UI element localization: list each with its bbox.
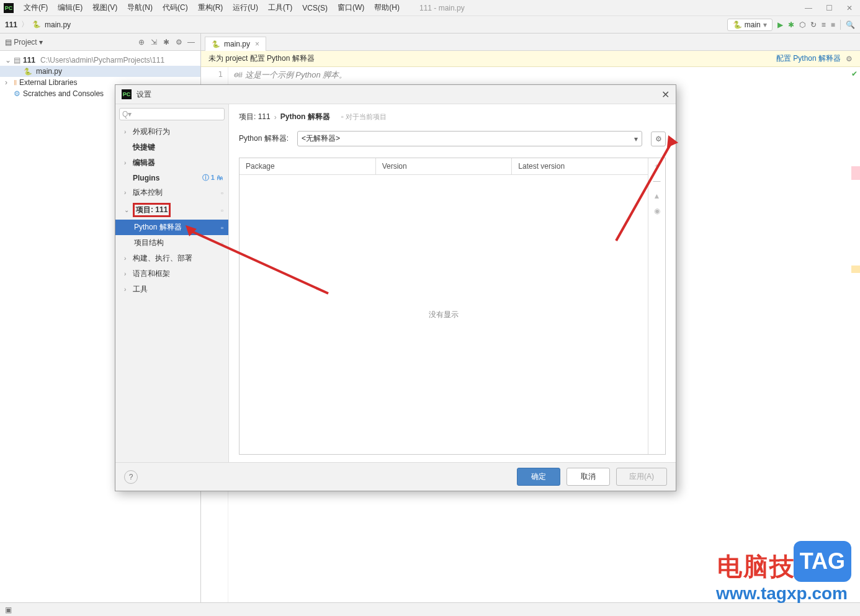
settings-plugins[interactable]: Pluginsⓘ 1 🗛 <box>115 171 228 185</box>
banner-text: 未为 project 配置 Python 解释器 <box>208 53 315 64</box>
menu-refactor[interactable]: 重构(R) <box>193 2 228 13</box>
menu-view[interactable]: 视图(V) <box>87 2 122 13</box>
remove-package-icon[interactable]: — <box>653 177 661 185</box>
breadcrumb: 111 〉 🐍 main.py <box>5 19 71 30</box>
chevron-down-icon: ▾ <box>634 135 638 143</box>
settings-vcs[interactable]: ›版本控制▫ <box>115 185 228 200</box>
close-icon[interactable]: ✕ <box>846 4 853 12</box>
col-version[interactable]: Version <box>376 158 513 174</box>
ok-button[interactable]: 确定 <box>517 468 560 486</box>
tree-file-main[interactable]: 🐍 main.py <box>0 66 200 77</box>
inspection-ok-icon[interactable]: ✔ <box>851 69 858 78</box>
tree-root[interactable]: ⌄▤ 111 C:\Users\admin\PycharmProjects\11… <box>0 55 200 66</box>
dialog-logo: PC <box>122 89 132 99</box>
debug-icon[interactable]: ✱ <box>788 20 794 29</box>
dialog-titlebar: PC 设置 ✕ <box>115 85 676 104</box>
run-config-selector[interactable]: 🐍 main ▾ <box>727 19 773 31</box>
settings-build[interactable]: ›构建、执行、部署 <box>115 251 228 266</box>
more-run-icon[interactable]: ≡ <box>822 20 826 29</box>
expand-icon[interactable]: ⇲ <box>150 38 158 47</box>
menu-code[interactable]: 代码(C) <box>158 2 193 13</box>
python-file-icon: 🐍 <box>32 20 41 29</box>
window-title: 111 - main.py <box>419 4 465 12</box>
menu-file[interactable]: 文件(F) <box>19 2 53 13</box>
watermark: TAG 电脑技术网 www.tagxp.com <box>716 550 848 604</box>
cancel-button[interactable]: 取消 <box>567 468 610 486</box>
package-table-header: Package Version Latest version <box>240 158 648 175</box>
menu-window[interactable]: 窗口(W) <box>333 2 369 13</box>
settings-project[interactable]: ⌄ 项目: 111 ▫ <box>115 200 228 220</box>
python-file-icon: 🐍 <box>212 40 220 48</box>
interpreter-label: Python 解释器: <box>239 133 289 144</box>
editor-error-stripe: ✔ <box>851 67 860 602</box>
help-icon[interactable]: ? <box>124 470 138 484</box>
editor-tabs: 🐍 main.py × <box>201 33 860 51</box>
col-latest[interactable]: Latest version <box>512 158 648 174</box>
dialog-title: 设置 <box>137 89 151 100</box>
package-panel: Package Version Latest version 没有显示 + — … <box>239 158 666 455</box>
menubar: PC 文件(F) 编辑(E) 视图(V) 导航(N) 代码(C) 重构(R) 运… <box>0 0 860 16</box>
settings-sidebar: Q▾ ›外观和行为 快捷键 ›编辑器 Pluginsⓘ 1 🗛 ›版本控制▫ ⌄… <box>115 104 229 462</box>
menu-vcs[interactable]: VCS(S) <box>297 4 333 12</box>
interpreter-select[interactable]: <无解释器> ▾ <box>297 131 642 146</box>
menu-run[interactable]: 运行(U) <box>228 2 263 13</box>
collapse-icon[interactable]: ✱ <box>162 38 171 47</box>
project-view-selector[interactable]: ▤ Project ▾ <box>5 38 43 47</box>
settings-icon[interactable]: ⚙ <box>174 38 183 47</box>
interpreter-warning-banner: 未为 project 配置 Python 解释器 配置 Python 解释器 ⚙ <box>201 51 860 67</box>
minimize-icon[interactable]: — <box>805 4 812 12</box>
settings-appearance[interactable]: ›外观和行为 <box>115 124 228 140</box>
banner-gear-icon[interactable]: ⚙ <box>846 55 853 63</box>
app-logo: PC <box>4 3 14 13</box>
hide-icon[interactable]: — <box>187 38 195 47</box>
apply-button[interactable]: 应用(A) <box>616 468 667 486</box>
interpreter-gear-button[interactable]: ⚙ <box>651 132 666 146</box>
package-toolbar: + — ▲ ◉ <box>648 158 665 454</box>
warn-marker[interactable] <box>851 266 860 273</box>
menu-edit[interactable]: 编辑(E) <box>53 2 87 13</box>
settings-content: 项目: 111 › Python 解释器 ▫ 对于当前项目 Python 解释器… <box>229 104 676 462</box>
settings-languages[interactable]: ›语言和框架 <box>115 266 228 282</box>
settings-keymap[interactable]: 快捷键 <box>115 140 228 155</box>
settings-editor[interactable]: ›编辑器 <box>115 155 228 171</box>
stop-icon[interactable]: ■ <box>831 20 835 29</box>
statusbar: ▣ <box>0 602 860 616</box>
settings-python-interpreter[interactable]: Python 解释器▫ <box>115 220 228 235</box>
statusbar-tool-icon[interactable]: ▣ <box>5 605 12 614</box>
tab-main-py[interactable]: 🐍 main.py × <box>205 37 266 51</box>
settings-project-structure[interactable]: 项目结构▫ <box>115 235 228 251</box>
settings-dialog: PC 设置 ✕ Q▾ ›外观和行为 快捷键 ›编辑器 Pluginsⓘ 1 🗛 … <box>115 84 676 491</box>
upgrade-package-icon[interactable]: ▲ <box>653 192 661 200</box>
settings-search-input[interactable]: Q▾ <box>119 108 225 120</box>
show-early-icon[interactable]: ◉ <box>654 207 660 215</box>
menu-tools[interactable]: 工具(T) <box>263 2 297 13</box>
navbar: 111 〉 🐍 main.py 🐍 main ▾ ▶ ✱ ⬡ ↻ ≡ ■ 🔍 <box>0 16 860 33</box>
python-file-icon: 🐍 <box>24 68 32 76</box>
menu-help[interactable]: 帮助(H) <box>369 2 405 13</box>
settings-breadcrumb: 项目: 111 › Python 解释器 ▫ 对于当前项目 <box>239 112 666 122</box>
profile-icon[interactable]: ↻ <box>810 20 817 29</box>
col-package[interactable]: Package <box>240 158 376 174</box>
search-everywhere-icon[interactable]: 🔍 <box>846 20 855 29</box>
run-icon[interactable]: ▶ <box>777 20 783 29</box>
configure-interpreter-link[interactable]: 配置 Python 解释器 <box>776 53 841 64</box>
package-empty-text: 没有显示 <box>240 175 648 454</box>
settings-tools[interactable]: ›工具 <box>115 282 228 297</box>
dialog-close-icon[interactable]: ✕ <box>661 89 670 100</box>
crumb-file[interactable]: main.py <box>45 20 71 29</box>
tab-close-icon[interactable]: × <box>255 40 259 48</box>
watermark-url: www.tagxp.com <box>716 584 848 604</box>
error-marker[interactable] <box>851 166 860 180</box>
maximize-icon[interactable]: ☐ <box>826 4 833 12</box>
project-pane-header: ▤ Project ▾ ⊕ ⇲ ✱ ⚙ — <box>0 33 200 51</box>
watermark-tag: TAG <box>794 541 851 582</box>
locate-icon[interactable]: ⊕ <box>137 38 146 47</box>
dialog-footer: ? 确定 取消 应用(A) <box>115 462 676 491</box>
menu-navigate[interactable]: 导航(N) <box>122 2 158 13</box>
add-package-icon[interactable]: + <box>655 162 659 171</box>
crumb-project[interactable]: 111 <box>5 20 17 29</box>
coverage-icon[interactable]: ⬡ <box>799 20 805 29</box>
